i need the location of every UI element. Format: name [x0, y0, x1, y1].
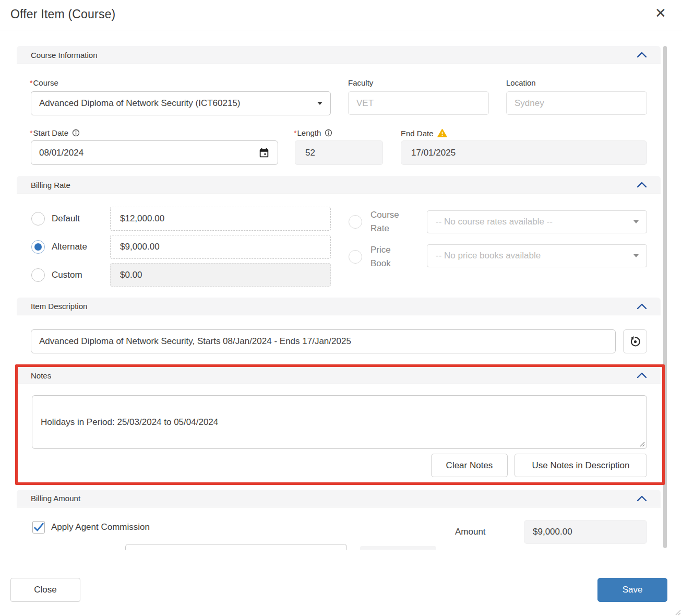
course-select[interactable]: Advanced Diploma of Network Security (IC…: [31, 91, 331, 115]
section-header-billing-amount[interactable]: Billing Amount: [17, 490, 661, 507]
faculty-label: Faculty: [348, 78, 373, 87]
radio-unselected[interactable]: [349, 215, 362, 229]
commission-select-partial[interactable]: [125, 544, 347, 550]
header-divider: [0, 30, 682, 30]
section-title: Billing Rate: [31, 181, 70, 189]
end-date-label: End Date: [401, 128, 447, 138]
billing-rate-option-price-book[interactable]: Price Book: [349, 243, 408, 270]
radio-unselected[interactable]: [349, 250, 362, 264]
save-button[interactable]: Save: [597, 578, 667, 602]
default-rate-field[interactable]: $12,000.00: [110, 207, 331, 231]
offer-item-modal: Offer Item (Course) ✕ Course Information…: [0, 0, 682, 616]
location-label: Location: [506, 78, 536, 87]
commission-field-partial: [360, 546, 436, 550]
billing-rate-option-default[interactable]: Default: [31, 207, 80, 231]
dropdown-caret-icon: [633, 254, 639, 257]
billing-rate-option-alternate[interactable]: Alternate: [31, 235, 87, 259]
course-label: *Course: [30, 78, 58, 87]
calendar-icon[interactable]: [258, 147, 270, 159]
apply-agent-commission-row[interactable]: Apply Agent Commission: [32, 521, 150, 534]
close-icon[interactable]: ✕: [655, 6, 666, 20]
faculty-field[interactable]: VET: [348, 91, 489, 115]
price-book-select[interactable]: -- No price books available: [427, 244, 647, 267]
custom-rate-field: $0.00: [110, 263, 331, 287]
section-header-item-description[interactable]: Item Description: [17, 298, 661, 315]
radio-selected[interactable]: [31, 240, 45, 254]
reset-icon: [629, 336, 641, 348]
start-date-field[interactable]: 08/01/2024: [31, 140, 278, 165]
info-icon[interactable]: [72, 129, 80, 137]
warning-icon[interactable]: [437, 128, 447, 138]
close-button[interactable]: Close: [10, 578, 80, 602]
radio-unselected[interactable]: [31, 212, 45, 226]
start-date-label: *Start Date: [30, 128, 80, 137]
clear-notes-button[interactable]: Clear Notes: [431, 454, 508, 477]
section-title: Course Information: [31, 51, 98, 60]
chevron-up-icon[interactable]: [636, 302, 648, 311]
chevron-up-icon[interactable]: [636, 494, 648, 503]
alternate-rate-field[interactable]: $9,000.00: [110, 235, 331, 259]
section-title: Item Description: [31, 302, 87, 311]
dropdown-caret-icon: [633, 220, 639, 223]
section-header-course-information[interactable]: Course Information: [17, 46, 661, 64]
section-title: Billing Amount: [31, 494, 80, 503]
chevron-up-icon[interactable]: [636, 181, 648, 189]
amount-label: Amount: [455, 527, 486, 537]
info-icon[interactable]: [325, 129, 332, 137]
resize-handle-icon[interactable]: [639, 441, 645, 447]
length-label: *Length: [294, 128, 332, 137]
page-title: Offer Item (Course): [10, 7, 115, 21]
location-field[interactable]: Sydney: [506, 91, 647, 115]
length-field: 52: [295, 140, 383, 165]
billing-rate-option-course-rate[interactable]: Course Rate: [349, 208, 408, 235]
window-resize-grip-icon[interactable]: [674, 608, 681, 615]
course-rate-select[interactable]: -- No course rates available --: [427, 210, 647, 233]
chevron-up-icon[interactable]: [636, 51, 648, 59]
section-header-notes[interactable]: Notes: [17, 367, 661, 384]
reset-description-button[interactable]: [623, 329, 647, 353]
dropdown-caret-icon: [317, 102, 322, 105]
use-notes-in-description-button[interactable]: Use Notes in Description: [515, 454, 647, 477]
section-header-billing-rate[interactable]: Billing Rate: [17, 176, 661, 194]
billing-rate-option-custom[interactable]: Custom: [31, 263, 82, 287]
amount-field: $9,000.00: [524, 520, 647, 544]
section-title: Notes: [31, 371, 51, 380]
check-icon: [33, 522, 44, 533]
chevron-up-icon[interactable]: [636, 371, 648, 380]
notes-textarea[interactable]: Holidays in Period: 25/03/2024 to 05/04/…: [32, 395, 647, 449]
end-date-field: 17/01/2025: [401, 140, 647, 165]
scrollbar[interactable]: [663, 46, 667, 548]
radio-unselected[interactable]: [31, 268, 45, 282]
item-description-input[interactable]: Advanced Diploma of Network Security, St…: [31, 329, 616, 353]
checkbox-checked[interactable]: [32, 521, 45, 534]
course-select-value: Advanced Diploma of Network Security (IC…: [39, 98, 241, 109]
